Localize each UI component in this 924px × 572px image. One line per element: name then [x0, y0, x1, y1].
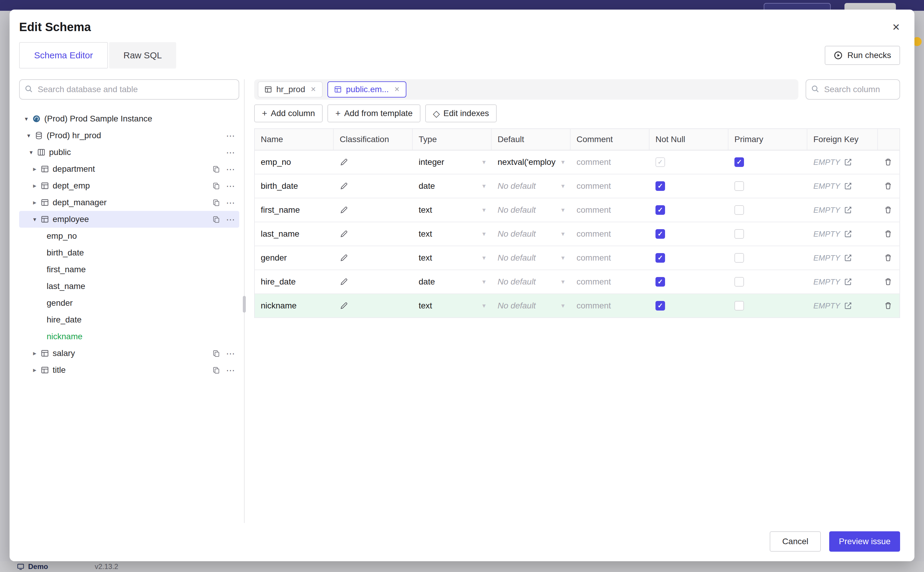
- tree-search-input[interactable]: [19, 79, 239, 99]
- primary-checkbox[interactable]: [735, 181, 744, 191]
- tree-item-column-first-name[interactable]: first_name: [19, 261, 239, 278]
- foreign-key-cell[interactable]: EMPTY: [808, 151, 878, 174]
- comment-input[interactable]: [577, 181, 643, 191]
- chevron-down-icon[interactable]: ▾: [23, 115, 30, 122]
- default-select[interactable]: No default▾: [491, 222, 571, 246]
- pencil-icon[interactable]: [340, 158, 348, 166]
- close-icon[interactable]: ✕: [394, 85, 400, 93]
- trash-icon[interactable]: [884, 278, 892, 286]
- tree-item-table-department[interactable]: ▸ department ⋯: [19, 161, 239, 177]
- ellipsis-icon[interactable]: ⋯: [226, 197, 236, 208]
- cancel-button[interactable]: Cancel: [770, 531, 821, 552]
- trash-icon[interactable]: [884, 230, 892, 238]
- trash-icon[interactable]: [884, 302, 892, 310]
- copy-icon[interactable]: [212, 366, 220, 374]
- default-select[interactable]: No default▾: [491, 174, 571, 198]
- type-select[interactable]: text▾: [412, 294, 491, 317]
- tree-item-column-birth-date[interactable]: birth_date: [19, 244, 239, 261]
- scrollbar[interactable]: [243, 296, 246, 312]
- tree-item-schema-public[interactable]: ▾ public ⋯: [19, 144, 239, 161]
- tree-item-column-last-name[interactable]: last_name: [19, 278, 239, 295]
- type-select[interactable]: text▾: [412, 222, 491, 246]
- pencil-icon[interactable]: [340, 206, 348, 214]
- not-null-checkbox[interactable]: [656, 157, 665, 167]
- pencil-icon[interactable]: [340, 278, 348, 286]
- tree-item-column-gender[interactable]: gender: [19, 295, 239, 311]
- copy-icon[interactable]: [212, 215, 220, 223]
- tree-item-instance[interactable]: ▾ (Prod) Prod Sample Instance: [19, 110, 239, 127]
- copy-icon[interactable]: [212, 165, 220, 173]
- foreign-key-cell[interactable]: EMPTY: [808, 246, 878, 270]
- run-checks-button[interactable]: Run checks: [825, 46, 900, 65]
- foreign-key-cell[interactable]: EMPTY: [808, 174, 878, 198]
- edit-indexes-button[interactable]: ◇ Edit indexes: [425, 104, 497, 122]
- trash-icon[interactable]: [884, 158, 892, 166]
- tree-item-column-hire-date[interactable]: hire_date: [19, 311, 239, 328]
- tree-item-column-nickname[interactable]: nickname: [19, 328, 239, 345]
- tab-raw-sql[interactable]: Raw SQL: [109, 42, 176, 68]
- add-from-template-button[interactable]: + Add from template: [327, 104, 420, 122]
- close-icon[interactable]: ✕: [311, 85, 316, 93]
- ellipsis-icon[interactable]: ⋯: [226, 214, 236, 225]
- comment-input[interactable]: [577, 301, 643, 311]
- primary-checkbox[interactable]: [735, 253, 744, 263]
- default-select[interactable]: No default▾: [491, 270, 571, 294]
- foreign-key-cell[interactable]: EMPTY: [808, 198, 878, 222]
- pencil-icon[interactable]: [340, 254, 348, 262]
- primary-checkbox[interactable]: [735, 205, 744, 215]
- comment-input[interactable]: [577, 205, 643, 215]
- type-select[interactable]: date▾: [412, 174, 491, 198]
- not-null-checkbox[interactable]: [656, 205, 665, 215]
- chevron-down-icon[interactable]: ▾: [31, 216, 38, 223]
- ellipsis-icon[interactable]: ⋯: [226, 147, 236, 158]
- foreign-key-cell[interactable]: EMPTY: [808, 294, 878, 317]
- chevron-right-icon[interactable]: ▸: [31, 165, 38, 173]
- copy-icon[interactable]: [212, 182, 220, 190]
- not-null-checkbox[interactable]: [656, 181, 665, 191]
- not-null-checkbox[interactable]: [656, 301, 665, 311]
- ellipsis-icon[interactable]: ⋯: [226, 164, 236, 174]
- not-null-checkbox[interactable]: [656, 277, 665, 287]
- pencil-icon[interactable]: [340, 230, 348, 238]
- tree-item-table-title[interactable]: ▸ title ⋯: [19, 362, 239, 378]
- ellipsis-icon[interactable]: ⋯: [226, 348, 236, 359]
- comment-input[interactable]: [577, 277, 643, 287]
- trash-icon[interactable]: [884, 254, 892, 262]
- trash-icon[interactable]: [884, 206, 892, 214]
- primary-checkbox[interactable]: [735, 277, 744, 287]
- chevron-right-icon[interactable]: ▸: [31, 350, 38, 357]
- add-column-button[interactable]: + Add column: [254, 104, 322, 122]
- type-select[interactable]: text▾: [412, 246, 491, 270]
- primary-checkbox[interactable]: [735, 229, 744, 239]
- foreign-key-cell[interactable]: EMPTY: [808, 270, 878, 294]
- comment-input[interactable]: [577, 157, 643, 167]
- comment-input[interactable]: [577, 229, 643, 239]
- trash-icon[interactable]: [884, 182, 892, 190]
- default-select[interactable]: No default▾: [491, 246, 571, 270]
- pencil-icon[interactable]: [340, 302, 348, 310]
- copy-icon[interactable]: [212, 350, 220, 357]
- chevron-right-icon[interactable]: ▸: [31, 199, 38, 207]
- chevron-right-icon[interactable]: ▸: [31, 182, 38, 190]
- type-select[interactable]: text▾: [412, 198, 491, 222]
- foreign-key-cell[interactable]: EMPTY: [808, 222, 878, 246]
- tab-schema-editor[interactable]: Schema Editor: [19, 42, 108, 68]
- tree-item-table-salary[interactable]: ▸ salary ⋯: [19, 345, 239, 362]
- type-select[interactable]: date▾: [412, 270, 491, 294]
- tree-item-database-hr-prod[interactable]: ▾ (Prod) hr_prod ⋯: [19, 127, 239, 144]
- editor-tab-hr-prod[interactable]: hr_prod ✕: [258, 81, 322, 98]
- column-search-input[interactable]: [806, 79, 900, 99]
- default-select[interactable]: No default▾: [491, 198, 571, 222]
- chevron-down-icon[interactable]: ▾: [28, 149, 35, 156]
- primary-checkbox[interactable]: [735, 301, 744, 311]
- primary-checkbox[interactable]: [735, 157, 744, 167]
- ellipsis-icon[interactable]: ⋯: [226, 365, 236, 375]
- editor-tab-public-employee[interactable]: public.em... ✕: [327, 81, 406, 98]
- close-icon[interactable]: ✕: [892, 22, 900, 32]
- comment-input[interactable]: [577, 253, 643, 263]
- ellipsis-icon[interactable]: ⋯: [226, 181, 236, 191]
- not-null-checkbox[interactable]: [656, 229, 665, 239]
- chevron-right-icon[interactable]: ▸: [31, 366, 38, 374]
- default-select[interactable]: No default▾: [491, 294, 571, 317]
- copy-icon[interactable]: [212, 199, 220, 207]
